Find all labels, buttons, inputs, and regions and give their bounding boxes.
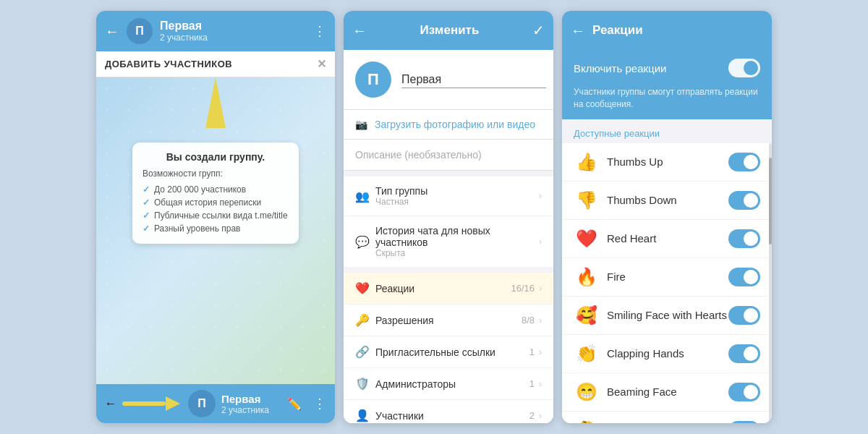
fire-label: Fire (607, 271, 728, 283)
panel-reactions: ← Реакции Включить реакции Участники гру… (562, 11, 772, 423)
smiling-hearts-toggle[interactable] (728, 306, 760, 325)
chevron-right-icon-3: › (539, 284, 542, 294)
beaming-emoji: 😁 (574, 382, 600, 402)
chat-background: Вы создали группу. Возможности групп: До… (96, 77, 335, 384)
members-icon: 👤 (355, 409, 375, 422)
settings-item-group-type[interactable]: 👥 Тип группы Частная › (344, 176, 553, 216)
reactions-title-container: Реакции (592, 23, 763, 38)
thinking-emoji: 🤔 (574, 420, 600, 423)
permissions-badge: 8/8 (522, 315, 535, 326)
settings-item-invite-links[interactable]: 🔗 Пригласительные ссылки 1 › (344, 336, 553, 368)
reactions-header: ← Реакции (562, 11, 772, 50)
edit-confirm-button[interactable]: ✓ (532, 22, 545, 39)
members-badge: 2 (529, 410, 535, 421)
settings-item-chat-history[interactable]: 💬 История чата для новых участников Скры… (344, 216, 553, 267)
reactions-desc: Участники группы смогут отправлять реакц… (562, 86, 772, 119)
beaming-toggle[interactable] (728, 383, 760, 401)
add-participants-bar: ДОБАВИТЬ УЧАСТНИКОВ ✕ (96, 51, 335, 77)
group-name-input[interactable] (401, 72, 546, 88)
edit-title: Изменить (374, 23, 525, 38)
available-reactions-title: Доступные реакции (562, 119, 772, 143)
header-icons: ⋮ (313, 23, 326, 39)
bubble-item-3: Публичные ссылки вида t.me/title (142, 209, 289, 222)
edit-icon[interactable]: ✏️ (287, 397, 302, 411)
chevron-right-icon-2: › (539, 237, 542, 247)
bottom-header-info: Первая 2 участника (221, 393, 281, 415)
smiling-hearts-label: Smiling Face with Hearts (607, 309, 728, 321)
reactions-badge: 16/16 (511, 283, 535, 294)
bubble-item-1: До 200 000 участников (142, 183, 289, 196)
red-heart-toggle[interactable] (728, 229, 760, 248)
edit-avatar-section: П 🙂 (344, 50, 553, 110)
invite-links-label: Пригласительные ссылки (375, 346, 529, 358)
thumbs-up-toggle[interactable] (728, 153, 760, 171)
admins-label: Администраторы (375, 378, 529, 390)
thinking-toggle[interactable] (728, 421, 760, 423)
description-field[interactable]: Описание (необязательно) (344, 140, 553, 171)
avatar: П (127, 18, 153, 44)
edit-back-button[interactable]: ← (352, 22, 367, 39)
edit-header: ← Изменить ✓ (344, 11, 553, 50)
thumbs-down-toggle[interactable] (728, 191, 760, 210)
reactions-icon: ❤️ (355, 281, 375, 295)
more-icon[interactable]: ⋮ (313, 23, 326, 39)
reactions-content: Включить реакции Участники группы смогут… (562, 50, 772, 423)
settings-item-reactions[interactable]: ❤️ Реакции 16/16 › (344, 273, 553, 305)
red-heart-label: Red Heart (607, 232, 728, 244)
reaction-fire: 🔥 Fire (562, 258, 772, 297)
desc-placeholder: Описание (необязательно) (355, 149, 482, 161)
fire-toggle[interactable] (728, 268, 760, 286)
clapping-toggle[interactable] (728, 344, 760, 363)
panel-group-created: ← П Первая 2 участника ⋮ ДОБАВИТЬ УЧАСТН… (96, 11, 335, 423)
bubble-subtitle: Возможности групп: (142, 169, 289, 179)
settings-section-main: 👥 Тип группы Частная › 💬 История чата дл… (344, 176, 553, 267)
bottom-avatar: П (188, 390, 216, 417)
bottom-more-icon[interactable]: ⋮ (313, 396, 326, 412)
close-add-icon[interactable]: ✕ (317, 57, 327, 71)
edit-form: П 🙂 📷 Загрузить фотографию или видео Опи… (344, 50, 553, 423)
header-info: Первая 2 участника (160, 20, 306, 43)
chat-history-text: История чата для новых участников Скрыта (375, 225, 539, 258)
clapping-label: Clapping Hands (607, 347, 728, 359)
camera-icon: 📷 (355, 119, 367, 130)
enable-reactions-toggle[interactable] (728, 59, 760, 77)
reaction-red-heart: ❤️ Red Heart (562, 220, 772, 258)
enable-reactions-row: Включить реакции (562, 50, 772, 86)
reactions-back-button[interactable]: ← (571, 22, 585, 39)
reaction-smiling-hearts: 🥰 Smiling Face with Hearts (562, 297, 772, 335)
back-button[interactable]: ← (105, 23, 119, 40)
svg-marker-0 (205, 77, 226, 128)
scrollbar-thumb[interactable] (769, 158, 772, 244)
header-title: Первая (160, 20, 306, 33)
settings-item-permissions[interactable]: 🔑 Разрешения 8/8 › (344, 305, 553, 336)
header-subtitle: 2 участника (160, 33, 306, 43)
chevron-right-icon-6: › (539, 379, 542, 389)
reactions-list: 👍 Thumbs Up 👎 Thumbs Down ❤️ Red Heart 🔥… (562, 143, 772, 423)
bottom-back-button[interactable]: ← (105, 397, 116, 410)
bottom-group-name: Первая (221, 393, 281, 405)
reaction-thumbs-down: 👎 Thumbs Down (562, 182, 772, 220)
chat-history-value: Скрыта (375, 248, 539, 258)
beaming-label: Beaming Face (607, 386, 728, 398)
info-bubble: Вы создали группу. Возможности групп: До… (132, 142, 299, 244)
settings-list: 👥 Тип группы Частная › 💬 История чата дл… (344, 176, 553, 423)
top-header: ← П Первая 2 участника ⋮ (96, 11, 335, 51)
group-type-icon: 👥 (355, 190, 375, 203)
thumbs-down-label: Thumbs Down (607, 194, 728, 206)
group-type-value: Частная (375, 197, 539, 207)
bubble-item-2: Общая история переписки (142, 196, 289, 209)
settings-item-admins[interactable]: 🛡️ Администраторы 1 › (344, 368, 553, 400)
enable-reactions-label: Включить реакции (574, 62, 666, 75)
admins-icon: 🛡️ (355, 377, 375, 391)
permissions-label: Разрешения (375, 315, 522, 326)
settings-item-members[interactable]: 👤 Участники 2 › (344, 400, 553, 423)
smiling-hearts-emoji: 🥰 (574, 305, 600, 326)
permissions-icon: 🔑 (355, 313, 375, 327)
reaction-thinking: 🤔 Thinking Face (562, 412, 772, 423)
bottom-chat-bar: ← П Первая 2 участника ✏️ ⋮ (96, 384, 335, 423)
clapping-emoji: 👏 (574, 344, 600, 364)
admins-badge: 1 (529, 378, 535, 389)
reactions-title: Реакции (592, 23, 643, 37)
upload-media-button[interactable]: 📷 Загрузить фотографию или видео (344, 110, 553, 140)
thumbs-up-label: Thumbs Up (607, 156, 728, 168)
